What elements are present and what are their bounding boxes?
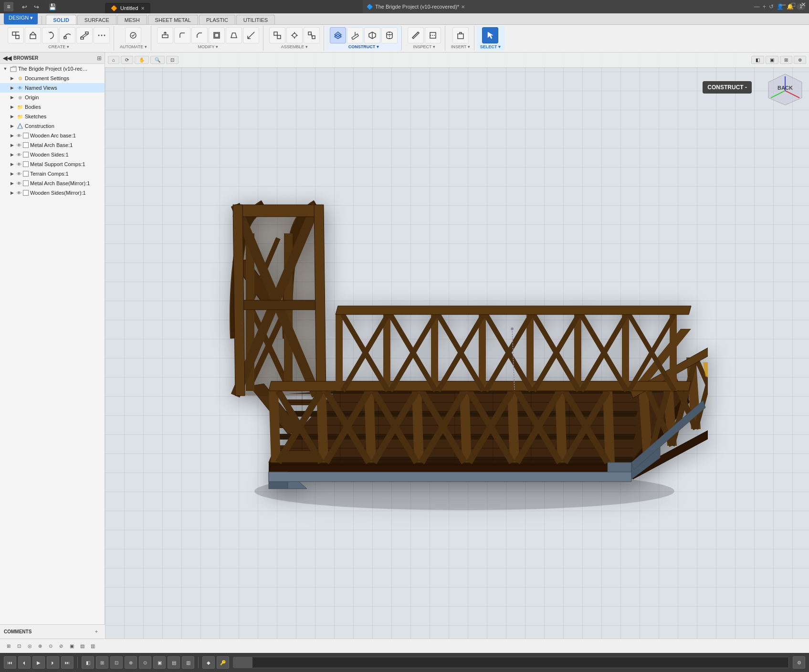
sketches-expand[interactable]: ▶ xyxy=(9,113,15,120)
undo-button[interactable]: ↩ xyxy=(19,2,30,11)
doc-settings-expand[interactable]: ▶ xyxy=(9,75,15,82)
app-menu-icon[interactable]: ≡ xyxy=(4,2,13,11)
metal-arch-mirror-expand[interactable]: ▶ xyxy=(9,180,15,187)
timeline-btn-4[interactable]: ⊕ xyxy=(125,656,137,669)
tree-item-wooden-sides-mirror[interactable]: ▶ 👁 Wooden Sides(Mirror):1 xyxy=(0,188,105,198)
second-win-refresh[interactable]: ↺ xyxy=(769,3,774,10)
root-settings-icon[interactable]: ⚙ xyxy=(96,65,103,72)
collapse-icon[interactable]: ◀◀ xyxy=(3,55,11,62)
section-btn[interactable] xyxy=(425,27,441,43)
vp-zoom-btn[interactable]: 🔍 xyxy=(150,56,165,64)
vp-grid-btn[interactable]: ⊞ xyxy=(780,56,792,64)
wooden-arc-vis-icon[interactable]: 👁 xyxy=(16,132,22,139)
play-next-btn[interactable]: ⏵ xyxy=(47,656,59,669)
select-btn[interactable] xyxy=(482,27,498,43)
named-views-expand[interactable]: ▶ xyxy=(9,84,15,91)
wooden-sides-expand[interactable]: ▶ xyxy=(9,151,15,158)
timeline-btn-7[interactable]: ▤ xyxy=(168,656,180,669)
wooden-arc-expand[interactable]: ▶ xyxy=(9,132,15,139)
rigid-btn[interactable] xyxy=(304,27,320,43)
main-viewport[interactable]: BACK CONSTRUCT - ⌂ ⟳ ✋ 🔍 ⊡ ◧ ▣ ⊞ ⊕ xyxy=(105,52,809,639)
zoom-btn[interactable]: ⊙ xyxy=(46,641,55,651)
insert-label[interactable]: INSERT ▾ xyxy=(451,44,470,49)
timeline-track[interactable] xyxy=(233,657,789,668)
measure-btn[interactable] xyxy=(408,27,424,43)
tree-item-construction[interactable]: ▶ Construction xyxy=(0,121,105,131)
terrain-vis-icon[interactable]: 👁 xyxy=(16,170,22,177)
vp-visual-style-btn[interactable]: ▣ xyxy=(766,56,778,64)
tab-solid[interactable]: SOLID xyxy=(46,15,76,24)
axis-indicator[interactable]: BACK xyxy=(766,72,804,110)
axis-btn[interactable] xyxy=(381,27,398,43)
plane-angle-btn[interactable] xyxy=(347,27,363,43)
tree-item-terrain[interactable]: ▶ 👁 Terrain Comps:1 xyxy=(0,169,105,178)
tree-item-metal-arch-mirror[interactable]: ▶ 👁 Metal Arch Base(Mirror):1 xyxy=(0,178,105,188)
metal-arch-vis-icon[interactable]: 👁 xyxy=(16,142,22,148)
snap-btn[interactable]: ⊡ xyxy=(14,641,24,651)
select-label[interactable]: SELECT ▾ xyxy=(480,44,501,49)
timeline-btn-3[interactable]: ⊡ xyxy=(110,656,123,669)
vp-zoomfit-btn[interactable]: ⊡ xyxy=(166,56,179,64)
construction-expand[interactable]: ▶ xyxy=(9,123,15,129)
origin-expand[interactable]: ▶ xyxy=(9,94,15,101)
tree-item-wooden-sides[interactable]: ▶ 👁 Wooden Sides:1 xyxy=(0,150,105,159)
root-eye-icon[interactable]: 👁 xyxy=(88,65,95,72)
vp-display-btn[interactable]: ◧ xyxy=(751,56,764,64)
metal-arch-expand[interactable]: ▶ xyxy=(9,142,15,148)
create-label[interactable]: CREATE ▾ xyxy=(48,44,69,49)
midplane-btn[interactable] xyxy=(364,27,380,43)
loft-btn[interactable] xyxy=(76,27,93,43)
tab-utilities[interactable]: UTILITIES xyxy=(236,15,275,24)
win-minimize[interactable]: — xyxy=(777,0,788,13)
wooden-sides-mirror-expand[interactable]: ▶ xyxy=(9,189,15,196)
tree-item-origin[interactable]: ▶ ⊕ Origin xyxy=(0,93,105,102)
metal-support-expand[interactable]: ▶ xyxy=(9,161,15,168)
extrude-btn[interactable] xyxy=(25,27,41,43)
bodies-expand[interactable]: ▶ xyxy=(9,104,15,110)
grid-settings-btn[interactable]: ▥ xyxy=(88,641,97,651)
sweep-btn[interactable] xyxy=(59,27,75,43)
tree-item-metal-arch-base[interactable]: ▶ 👁 Metal Arch Base:1 xyxy=(0,140,105,150)
tab-untitled[interactable]: 🔶 Untitled ✕ xyxy=(105,3,150,13)
metal-arch-mirror-vis-icon[interactable]: 👁 xyxy=(16,180,22,187)
second-tab[interactable]: 🔷 The Brigde Project (v10-recovered)* ✕ xyxy=(367,4,465,10)
tab-untitled-close[interactable]: ✕ xyxy=(141,6,145,11)
automate-label[interactable]: AUTOMATE ▾ xyxy=(120,44,147,49)
insert-mcad-btn[interactable] xyxy=(452,27,469,43)
tree-item-wooden-arc-base[interactable]: ▶ 👁 Wooden Arc base:1 xyxy=(0,131,105,140)
new-component-btn[interactable] xyxy=(8,27,24,43)
timeline-key-btn[interactable]: 🔑 xyxy=(217,656,229,669)
terrain-expand[interactable]: ▶ xyxy=(9,170,15,177)
tree-item-bodies[interactable]: ▶ 📁 Bodies xyxy=(0,102,105,112)
tree-item-sketches[interactable]: ▶ 📁 Sketches xyxy=(0,112,105,121)
win-maximize[interactable]: □ xyxy=(788,0,798,13)
automate-btn[interactable] xyxy=(125,27,141,43)
shell-btn[interactable] xyxy=(209,27,225,43)
look-at-btn[interactable]: ⊕ xyxy=(35,641,45,651)
vp-pan-btn[interactable]: ✋ xyxy=(135,56,149,64)
zoom-fit-btn[interactable]: ▣ xyxy=(67,641,76,651)
draft-btn[interactable] xyxy=(226,27,242,43)
timeline-btn-1[interactable]: ◧ xyxy=(82,656,94,669)
second-win-new-tab[interactable]: + xyxy=(763,3,766,10)
joint-btn[interactable] xyxy=(286,27,303,43)
vp-home-btn[interactable]: ⌂ xyxy=(108,56,119,64)
browser-menu-icon[interactable]: ⊞ xyxy=(97,55,102,62)
timeline-settings-btn[interactable]: ⚙ xyxy=(793,656,805,669)
revolve-btn[interactable] xyxy=(42,27,58,43)
timeline-btn-6[interactable]: ▣ xyxy=(153,656,166,669)
press-pull-btn[interactable] xyxy=(157,27,173,43)
tab-surface[interactable]: SURFACE xyxy=(77,15,116,24)
chamfer-btn[interactable] xyxy=(191,27,208,43)
tab-sheet-metal[interactable]: SHEET METAL xyxy=(148,15,198,24)
assemble-label[interactable]: ASSEMBLE ▾ xyxy=(281,44,308,49)
tree-item-metal-support[interactable]: ▶ 👁 Metal Support Comps:1 xyxy=(0,159,105,169)
tree-item-named-views[interactable]: ▶ 👁 Named Views xyxy=(0,83,105,93)
timeline-btn-8[interactable]: ▥ xyxy=(182,656,194,669)
nav-mode-btn[interactable]: ⊞ xyxy=(4,641,13,651)
timeline-btn-2[interactable]: ⊞ xyxy=(96,656,108,669)
metal-support-vis-icon[interactable]: 👁 xyxy=(16,161,22,168)
inspect-label[interactable]: INSPECT ▾ xyxy=(413,44,435,49)
construct-label[interactable]: CONSTRUCT ▾ xyxy=(348,44,379,49)
offset-plane-btn[interactable] xyxy=(330,27,346,43)
